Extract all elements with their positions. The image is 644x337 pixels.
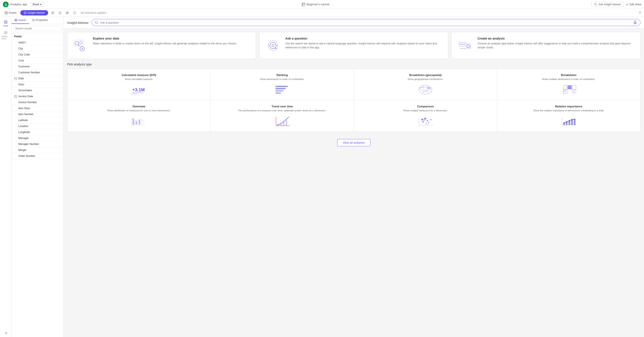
create-description: Choose an analysis type below. Insight A…: [478, 42, 636, 50]
field-item[interactable]: Margin: [12, 147, 64, 153]
svg-point-52: [272, 45, 274, 47]
analysis-card[interactable]: Relative importance Show the relative im…: [497, 100, 640, 132]
field-name: Customer Number: [18, 71, 40, 74]
svg-rect-9: [5, 12, 6, 13]
assets-icon: [5, 11, 8, 14]
analysis-card[interactable]: Comparison Show multiple measures for a …: [354, 100, 497, 132]
svg-point-112: [574, 118, 575, 120]
field-item[interactable]: Longitude: [12, 129, 64, 135]
svg-rect-79: [141, 120, 144, 125]
svg-rect-23: [14, 20, 16, 22]
field-item[interactable]: Order Number: [12, 153, 64, 159]
field-item[interactable]: Customer Number: [12, 70, 64, 76]
field-item[interactable]: City: [12, 46, 64, 52]
field-item[interactable]: Item Number: [12, 111, 64, 117]
ia-question-input[interactable]: [100, 21, 632, 24]
svg-rect-88: [280, 124, 282, 126]
svg-rect-21: [14, 19, 16, 20]
field-item[interactable]: Cost: [12, 58, 64, 64]
app-name: Analytics app: [10, 3, 27, 6]
field-item[interactable]: City Code: [12, 52, 64, 58]
kpi-visual: +3.1M: [130, 84, 148, 96]
svg-rect-90: [286, 120, 287, 126]
svg-rect-89: [283, 122, 284, 126]
ask-insight-advisor-button[interactable]: Ask Insight Advisor: [591, 2, 624, 7]
field-item[interactable]: Latitude: [12, 117, 64, 123]
analysis-card[interactable]: Calculated measure (KPI) Show calculated…: [67, 69, 210, 100]
field-item[interactable]: Manager: [12, 135, 64, 141]
analysis-card[interactable]: Trend over time The performance of a mea…: [211, 100, 354, 132]
field-item[interactable]: Customer: [12, 64, 64, 70]
svg-point-93: [421, 119, 423, 120]
explore-icon: [72, 37, 90, 54]
create-icon: [456, 37, 474, 54]
explore-title: Explore your data: [93, 37, 237, 40]
explore-visual: [73, 38, 88, 53]
tab-properties[interactable]: Properties: [29, 17, 51, 24]
analysis-visual: [130, 115, 148, 127]
pick-analysis-title: Pick analysis type: [67, 63, 640, 66]
analysis-title: Ranking: [276, 73, 288, 77]
svg-point-109: [566, 121, 567, 122]
sidebar-fields-button[interactable]: Fields: [1, 19, 10, 28]
ia-title: Insight Advisor: [67, 21, 89, 25]
svg-line-51: [275, 48, 277, 49]
analysis-card[interactable]: Overview Show distribution of measures f…: [67, 100, 210, 132]
field-name: Latitude: [18, 119, 28, 122]
ask-title: Ask a question: [285, 37, 444, 40]
explore-data-card: Explore your data Make selections in fie…: [67, 32, 256, 59]
field-item[interactable]: Desc: [12, 82, 64, 88]
edit-sheet-button[interactable]: Edit sheet: [626, 3, 641, 6]
analysis-title: Overview: [132, 105, 145, 108]
sidebar-master-items-button[interactable]: Master items: [1, 29, 10, 41]
field-name: Margin: [18, 149, 26, 152]
field-item[interactable]: Location: [12, 123, 64, 129]
app-name-center: Beginner's tutorial ···: [302, 3, 333, 6]
tab-assets[interactable]: Assets: [12, 17, 29, 24]
field-item[interactable]: Invoice Date: [12, 94, 64, 99]
svg-rect-62: [276, 88, 286, 89]
field-name: Location: [18, 125, 28, 128]
grid-view-icon[interactable]: ⠿: [639, 11, 641, 15]
insight-advisor-button[interactable]: i Insight Advisor: [20, 10, 48, 16]
svg-rect-106: [571, 120, 573, 125]
microphone-icon[interactable]: [633, 21, 637, 25]
svg-rect-87: [278, 124, 279, 126]
analysis-desc: Show the relative importance of dimensio…: [533, 109, 604, 112]
assets-tab-icon: [14, 19, 17, 22]
analysis-card[interactable]: Breakdown Show multiple dimensions in or…: [497, 69, 640, 100]
assets-button[interactable]: Assets: [3, 10, 18, 16]
analysis-visual: [274, 115, 291, 127]
field-item[interactable]: Invoice Number: [12, 99, 64, 105]
toolbar: Assets i Insight Advisor ⊞ ⊟ ⊠ ⊡ No sele…: [0, 9, 644, 17]
svg-point-99: [426, 123, 427, 124]
sidebar-collapse-button[interactable]: [1, 329, 10, 337]
field-item[interactable]: %KEY: [12, 40, 64, 46]
field-item[interactable]: Date: [12, 76, 64, 82]
analysis-card[interactable]: Ranking Show dimensions in order of cont…: [211, 69, 354, 100]
toolbar-icon-4[interactable]: ⊡: [72, 10, 77, 16]
field-item[interactable]: Item Desc: [12, 105, 64, 111]
toolbar-icon-1[interactable]: ⊞: [50, 10, 56, 16]
toolbar-icon-3[interactable]: ⊠: [64, 10, 70, 16]
analysis-title: Comparison: [417, 105, 434, 108]
svg-rect-105: [568, 121, 570, 125]
field-item[interactable]: GrossSales: [12, 88, 64, 94]
sheet-selector[interactable]: Sheet ▾: [30, 2, 43, 7]
analysis-card[interactable]: Breakdown (geospatial) Show geographical…: [354, 69, 497, 100]
fields-icon: [4, 20, 8, 24]
svg-rect-33: [14, 96, 17, 98]
svg-line-7: [596, 5, 597, 6]
ask-question-card: Ask a question Use the search bar above …: [260, 32, 448, 59]
collapse-icon: [4, 331, 8, 335]
create-title: Create an analysis: [478, 37, 636, 40]
toolbar-icon-2[interactable]: ⊟: [57, 10, 63, 16]
search-assets-input[interactable]: [13, 26, 62, 31]
ia-search-bar[interactable]: [92, 19, 640, 26]
svg-point-95: [422, 121, 424, 123]
fields-panel: Fields %KEYCityCity CodeCostCustomerCust…: [12, 24, 64, 337]
field-item[interactable]: Manager Number: [12, 141, 64, 147]
view-all-analyses-button[interactable]: View all analyses: [337, 139, 370, 146]
field-name: Manager Number: [18, 143, 39, 146]
analysis-visual: +3.1M: [130, 84, 148, 96]
